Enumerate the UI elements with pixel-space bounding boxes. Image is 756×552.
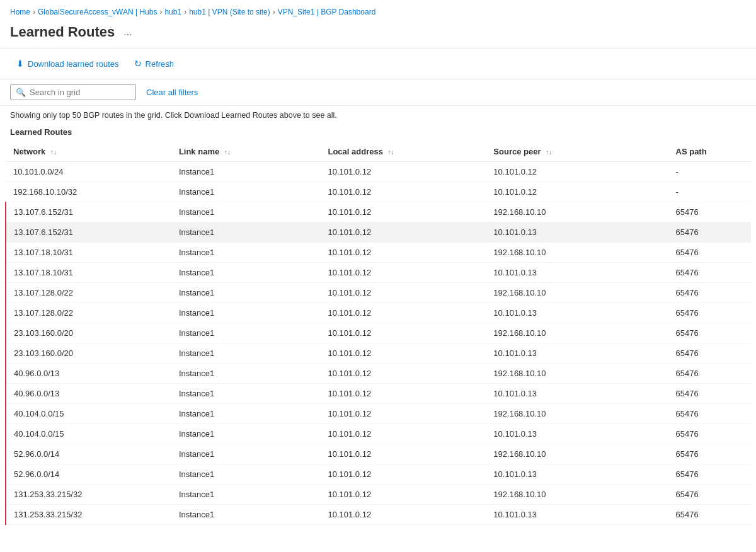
search-icon: 🔍	[16, 88, 26, 97]
page-title: Learned Routes	[10, 24, 115, 40]
breadcrumb-item-1[interactable]: GlobalSecureAccess_vWAN | Hubs	[38, 8, 157, 16]
network-cell: 13.107.6.152/31	[6, 202, 171, 222]
as-path-cell: 65476	[668, 364, 751, 384]
source-cell: 192.168.10.10	[486, 202, 668, 222]
download-button[interactable]: ⬇ Download learned routes	[10, 55, 125, 72]
link-cell: Instance1	[171, 505, 321, 525]
breadcrumb-item-0[interactable]: Home	[10, 8, 30, 16]
as-path-cell: 65476	[668, 384, 751, 404]
table-row[interactable]: 52.96.0.0/14Instance110.101.0.12192.168.…	[6, 444, 751, 464]
link-cell: Instance1	[171, 364, 321, 384]
ellipsis-button[interactable]: ...	[120, 25, 135, 39]
sort-icon-source[interactable]: ↑↓	[546, 149, 552, 156]
link-cell: Instance1	[171, 243, 321, 263]
table-row[interactable]: 52.96.0.0/14Instance110.101.0.1210.101.0…	[6, 464, 751, 485]
link-cell: Instance1	[171, 283, 321, 303]
local-cell: 10.101.0.12	[320, 384, 486, 404]
sort-icon-network[interactable]: ↑↓	[50, 149, 57, 156]
local-cell: 10.101.0.12	[320, 162, 486, 182]
table-row[interactable]: 23.103.160.0/20Instance110.101.0.12192.1…	[6, 323, 751, 343]
link-cell: Instance1	[171, 424, 321, 444]
source-cell: 192.168.10.10	[486, 243, 668, 263]
link-cell: Instance1	[171, 202, 321, 222]
local-cell: 10.101.0.12	[320, 323, 486, 343]
as-path-cell: 65476	[668, 485, 751, 505]
grid-container: Network ↑↓ Link name ↑↓ Local address ↑↓…	[0, 142, 756, 525]
breadcrumb-separator: ›	[33, 8, 35, 16]
source-cell: 192.168.10.10	[486, 404, 668, 424]
table-row[interactable]: 13.107.6.152/31Instance110.101.0.12192.1…	[6, 202, 751, 222]
refresh-button[interactable]: ↻ Refresh	[128, 55, 181, 72]
search-input[interactable]	[30, 88, 130, 97]
table-row[interactable]: 13.107.128.0/22Instance110.101.0.1210.10…	[6, 303, 751, 323]
network-cell: 52.96.0.0/14	[6, 464, 171, 485]
table-row[interactable]: 13.107.6.152/31Instance110.101.0.1210.10…	[6, 222, 751, 243]
link-cell: Instance1	[171, 404, 321, 424]
network-cell: 192.168.10.10/32	[6, 182, 171, 202]
col-link: Link name ↑↓	[171, 142, 321, 162]
local-cell: 10.101.0.12	[320, 343, 486, 364]
network-cell: 13.107.128.0/22	[6, 283, 171, 303]
table-header: Network ↑↓ Link name ↑↓ Local address ↑↓…	[6, 142, 751, 162]
breadcrumb-item-2[interactable]: hub1	[164, 8, 181, 16]
table-row[interactable]: 40.104.0.0/15Instance110.101.0.1210.101.…	[6, 424, 751, 444]
local-cell: 10.101.0.12	[320, 202, 486, 222]
col-as: AS path	[668, 142, 751, 162]
link-cell: Instance1	[171, 162, 321, 182]
as-path-cell: 65476	[668, 343, 751, 364]
table-row[interactable]: 40.96.0.0/13Instance110.101.0.1210.101.0…	[6, 384, 751, 404]
table-row[interactable]: 13.107.128.0/22Instance110.101.0.12192.1…	[6, 283, 751, 303]
source-cell: 10.101.0.13	[486, 263, 668, 283]
breadcrumb-item-3[interactable]: hub1 | VPN (Site to site)	[189, 8, 270, 16]
routes-table: Network ↑↓ Link name ↑↓ Local address ↑↓…	[5, 142, 751, 525]
link-cell: Instance1	[171, 263, 321, 283]
table-row[interactable]: 192.168.10.10/32Instance110.101.0.1210.1…	[6, 182, 751, 202]
page-header: Learned Routes ...	[0, 21, 756, 49]
table-row[interactable]: 10.101.0.0/24Instance110.101.0.1210.101.…	[6, 162, 751, 182]
table-row[interactable]: 131.253.33.215/32Instance110.101.0.1210.…	[6, 505, 751, 525]
table-row[interactable]: 131.253.33.215/32Instance110.101.0.12192…	[6, 485, 751, 505]
network-cell: 23.103.160.0/20	[6, 343, 171, 364]
clear-filters-button[interactable]: Clear all filters	[146, 85, 198, 100]
local-cell: 10.101.0.12	[320, 303, 486, 323]
table-body: 10.101.0.0/24Instance110.101.0.1210.101.…	[6, 162, 751, 525]
network-cell: 23.103.160.0/20	[6, 323, 171, 343]
table-row[interactable]: 23.103.160.0/20Instance110.101.0.1210.10…	[6, 343, 751, 364]
breadcrumb-separator: ›	[273, 8, 275, 16]
link-cell: Instance1	[171, 343, 321, 364]
source-cell: 10.101.0.12	[486, 182, 668, 202]
sort-icon-local[interactable]: ↑↓	[388, 149, 394, 156]
local-cell: 10.101.0.12	[320, 243, 486, 263]
sort-icon-link[interactable]: ↑↓	[224, 149, 231, 156]
table-row[interactable]: 40.104.0.0/15Instance110.101.0.12192.168…	[6, 404, 751, 424]
refresh-label: Refresh	[146, 59, 175, 69]
as-path-cell: 65476	[668, 444, 751, 464]
network-cell: 131.253.33.215/32	[6, 485, 171, 505]
source-cell: 10.101.0.13	[486, 303, 668, 323]
as-path-cell: 65476	[668, 303, 751, 323]
download-icon: ⬇	[16, 59, 24, 69]
network-cell: 40.96.0.0/13	[6, 384, 171, 404]
local-cell: 10.101.0.12	[320, 505, 486, 525]
source-cell: 192.168.10.10	[486, 444, 668, 464]
search-box[interactable]: 🔍	[10, 84, 136, 100]
network-cell: 10.101.0.0/24	[6, 162, 171, 182]
table-row[interactable]: 13.107.18.10/31Instance110.101.0.12192.1…	[6, 243, 751, 263]
link-cell: Instance1	[171, 323, 321, 343]
source-cell: 10.101.0.13	[486, 343, 668, 364]
local-cell: 10.101.0.12	[320, 404, 486, 424]
source-cell: 192.168.10.10	[486, 485, 668, 505]
network-cell: 40.96.0.0/13	[6, 364, 171, 384]
table-row[interactable]: 40.96.0.0/13Instance110.101.0.12192.168.…	[6, 364, 751, 384]
local-cell: 10.101.0.12	[320, 364, 486, 384]
breadcrumb-item-4[interactable]: VPN_Site1 | BGP Dashboard	[278, 8, 376, 16]
link-cell: Instance1	[171, 222, 321, 243]
section-title: Learned Routes	[0, 125, 756, 142]
link-cell: Instance1	[171, 384, 321, 404]
breadcrumb-separator: ›	[159, 8, 162, 16]
as-path-cell: -	[668, 162, 751, 182]
as-path-cell: 65476	[668, 202, 751, 222]
table-row[interactable]: 13.107.18.10/31Instance110.101.0.1210.10…	[6, 263, 751, 283]
network-cell: 13.107.6.152/31	[6, 222, 171, 243]
as-path-cell: 65476	[668, 283, 751, 303]
